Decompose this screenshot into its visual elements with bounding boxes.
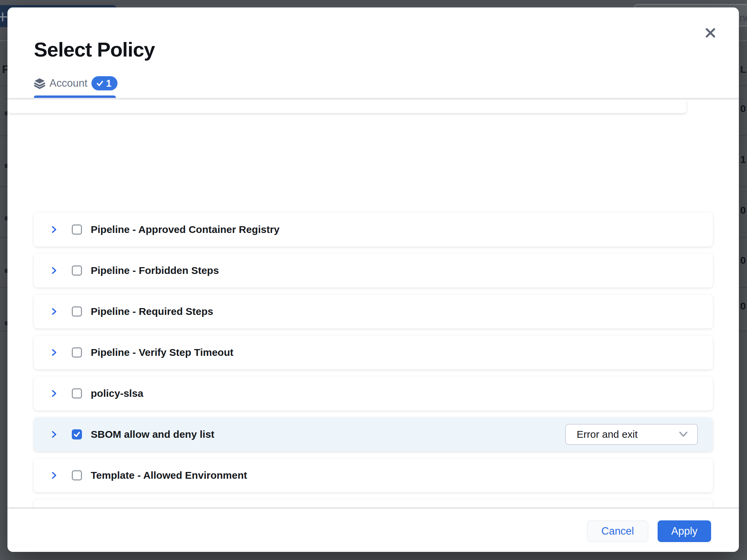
policy-label: Pipeline - Verify Step Timeout	[91, 347, 233, 358]
apply-button[interactable]: Apply	[658, 520, 711, 542]
policy-row[interactable]: Pipeline - Approved Container Registry	[34, 213, 713, 246]
policy-checkbox[interactable]	[72, 347, 82, 358]
background-column-header: L	[740, 64, 746, 75]
action-select[interactable]: Error and exit	[565, 424, 698, 445]
policy-checkbox[interactable]	[72, 306, 82, 317]
policy-checkbox[interactable]	[72, 429, 82, 439]
plus-icon: +	[0, 7, 8, 26]
chevron-down-icon	[678, 431, 688, 438]
background-top-strip	[0, 0, 747, 5]
selected-count-badge: 1	[91, 76, 118, 90]
policy-row[interactable]: Template - Approval	[34, 499, 713, 507]
policy-row[interactable]: policy-slsa	[34, 376, 713, 410]
policy-checkbox[interactable]	[72, 265, 82, 276]
background-column-value: 0	[740, 255, 746, 266]
policy-row[interactable]: SBOM allow and deny list Error and exit	[34, 417, 713, 451]
modal-title: Select Policy	[34, 38, 155, 61]
selected-count: 1	[106, 78, 111, 89]
close-button[interactable]	[702, 24, 719, 42]
policy-row[interactable]: Template - Allowed Environment	[34, 458, 713, 492]
chevron-right-expand-icon[interactable]	[49, 469, 58, 481]
background-column-value: 1	[740, 154, 746, 165]
close-icon	[703, 26, 718, 41]
chevron-right-expand-icon[interactable]	[49, 428, 58, 440]
active-tab-underline	[34, 95, 116, 98]
cancel-button[interactable]: Cancel	[587, 520, 648, 542]
tab-account-label: Account	[49, 77, 87, 89]
screen: + ne P L 01000 Select Policy Account	[0, 0, 747, 560]
chevron-right-expand-icon[interactable]	[49, 387, 58, 400]
footer-divider	[7, 507, 739, 509]
policy-row[interactable]: Pipeline - Verify Step Timeout	[34, 336, 713, 369]
background-column-value: 0	[740, 103, 746, 114]
chevron-right-expand-icon[interactable]	[49, 264, 58, 277]
policy-checkbox[interactable]	[72, 224, 82, 235]
policy-label: Pipeline - Forbidden Steps	[91, 265, 219, 276]
background-column-value: 0	[740, 204, 746, 216]
partially-scrolled-card	[7, 100, 686, 113]
policy-label: Pipeline - Approved Container Registry	[91, 224, 279, 235]
policy-row[interactable]: Pipeline - Forbidden Steps	[34, 254, 713, 287]
action-select-value: Error and exit	[577, 429, 638, 440]
select-policy-modal: Select Policy Account 1	[7, 7, 739, 552]
chevron-right-expand-icon[interactable]	[49, 346, 58, 359]
policy-label: SBOM allow and deny list	[91, 429, 214, 440]
background-search-text: ne	[740, 12, 747, 24]
policy-label: Template - Allowed Environment	[91, 470, 247, 481]
chevron-right-expand-icon[interactable]	[49, 223, 58, 236]
check-icon	[96, 80, 104, 87]
policy-row[interactable]: Pipeline - Required Steps	[34, 295, 713, 328]
policy-label: Pipeline - Required Steps	[91, 306, 213, 317]
chevron-right-expand-icon[interactable]	[49, 305, 58, 318]
policy-label: policy-slsa	[91, 388, 143, 399]
background-column-value: 0	[740, 300, 746, 312]
layers-icon	[34, 78, 45, 89]
policy-checkbox[interactable]	[72, 470, 82, 480]
policy-checkbox[interactable]	[72, 388, 82, 399]
policy-list: Pipeline - Approved Container Registry P…	[7, 100, 739, 507]
tab-account[interactable]: Account 1	[34, 76, 118, 91]
